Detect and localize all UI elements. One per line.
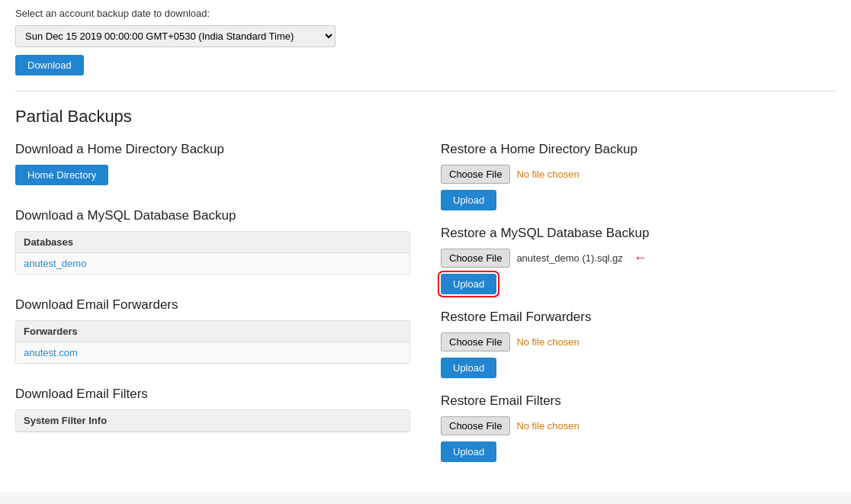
table-row[interactable]: anutest.com (16, 342, 409, 363)
mysql-upload-button[interactable]: Upload (441, 274, 496, 294)
filters-no-file-text: No file chosen (516, 420, 579, 432)
filters-header: System Filter Info (16, 410, 409, 432)
download-filters-title: Download Email Filters (15, 387, 410, 402)
mysql-file-chosen-text: anutest_demo (1).sql.gz (516, 252, 622, 264)
left-column: Download a Home Directory Backup Home Di… (15, 142, 418, 477)
download-home-dir-section: Download a Home Directory Backup Home Di… (15, 142, 410, 185)
page-container: Select an account backup date to downloa… (0, 0, 851, 493)
filters-choose-file-button[interactable]: Choose File (441, 416, 510, 435)
top-section: Select an account backup date to downloa… (15, 8, 836, 91)
backup-date-select[interactable]: Sun Dec 15 2019 00:00:00 GMT+0530 (India… (15, 25, 336, 47)
home-dir-file-input-row: Choose File No file chosen (441, 165, 836, 184)
restore-forwarders-section: Restore Email Forwarders Choose File No … (441, 310, 836, 378)
mysql-choose-file-button[interactable]: Choose File (441, 249, 510, 268)
restore-filters-title: Restore Email Filters (441, 393, 836, 409)
restore-home-dir-title: Restore a Home Directory Backup (441, 142, 836, 157)
partial-backups-title: Partial Backups (15, 107, 836, 127)
forwarders-header: Forwarders (16, 321, 409, 342)
two-column-layout: Download a Home Directory Backup Home Di… (15, 142, 836, 477)
download-button[interactable]: Download (15, 55, 84, 75)
partial-backups-section: Partial Backups Download a Home Director… (15, 107, 836, 477)
instruction-text: Select an account backup date to downloa… (15, 8, 836, 19)
home-directory-button[interactable]: Home Directory (15, 165, 108, 185)
home-dir-no-file-text: No file chosen (516, 169, 579, 180)
forwarders-table: Forwarders anutest.com (15, 320, 410, 364)
databases-table: Databases anutest_demo (15, 231, 410, 274)
download-home-dir-title: Download a Home Directory Backup (15, 142, 410, 157)
download-forwarders-section: Download Email Forwarders Forwarders anu… (15, 297, 410, 364)
forwarders-upload-button[interactable]: Upload (441, 358, 496, 378)
restore-mysql-section: Restore a MySQL Database Backup Choose F… (441, 226, 836, 294)
home-dir-upload-button[interactable]: Upload (441, 190, 496, 210)
filters-table: System Filter Info (15, 409, 410, 432)
download-mysql-section: Download a MySQL Database Backup Databas… (15, 208, 410, 274)
download-filters-section: Download Email Filters System Filter Inf… (15, 387, 410, 432)
forwarders-choose-file-button[interactable]: Choose File (441, 332, 510, 352)
forwarders-no-file-text: No file chosen (516, 336, 579, 348)
home-dir-choose-file-button[interactable]: Choose File (441, 165, 510, 184)
arrow-icon: ← (634, 250, 647, 266)
filters-upload-button[interactable]: Upload (441, 441, 496, 462)
restore-mysql-title: Restore a MySQL Database Backup (441, 226, 836, 241)
restore-filters-section: Restore Email Filters Choose File No fil… (441, 393, 836, 462)
filters-file-input-row: Choose File No file chosen (441, 416, 836, 435)
mysql-file-input-row: Choose File anutest_demo (1).sql.gz ← (441, 249, 836, 268)
download-forwarders-title: Download Email Forwarders (15, 297, 410, 313)
database-link[interactable]: anutest_demo (24, 258, 86, 269)
right-column: Restore a Home Directory Backup Choose F… (433, 142, 836, 477)
restore-home-dir-section: Restore a Home Directory Backup Choose F… (441, 142, 836, 210)
forwarders-file-input-row: Choose File No file chosen (441, 332, 836, 352)
table-row[interactable]: anutest_demo (16, 253, 409, 274)
databases-header: Databases (16, 232, 409, 253)
restore-forwarders-title: Restore Email Forwarders (441, 310, 836, 325)
forwarder-link[interactable]: anutest.com (24, 347, 78, 358)
download-mysql-title: Download a MySQL Database Backup (15, 208, 410, 223)
